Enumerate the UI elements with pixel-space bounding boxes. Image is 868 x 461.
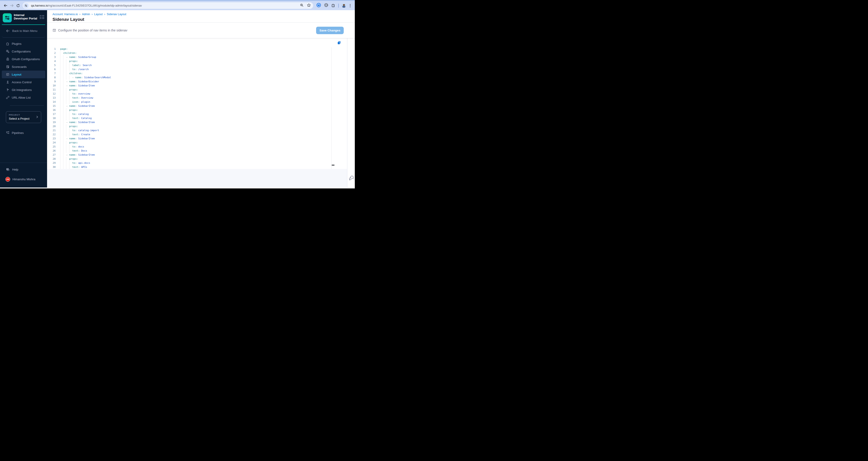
forward-button[interactable] (9, 2, 15, 9)
line-number: 30 (47, 165, 56, 169)
breadcrumb-admin[interactable]: Admin (82, 13, 90, 16)
address-bar[interactable]: qa.harness.io/ng/account/zEaak-FLS425IEO… (23, 2, 313, 9)
code-line[interactable]: 28 props: (47, 157, 347, 161)
feedback-chat-icon[interactable] (348, 175, 354, 182)
bookmark-star-icon[interactable] (307, 3, 311, 8)
line-number: 14 (47, 100, 56, 104)
sidebar-item-configurations[interactable]: Configurations (2, 47, 45, 55)
code-line[interactable]: 20 props: (47, 124, 347, 129)
code-line[interactable]: 15 - name: SidebarItem (47, 104, 347, 108)
sidebar-item-layout[interactable]: Layout (2, 71, 45, 78)
code-line[interactable]: 14 icon: plugin (47, 100, 347, 104)
help-button[interactable]: ? Help (0, 166, 47, 172)
code-text: - name: SidebarItem (60, 84, 95, 88)
user-menu[interactable]: HM Himanshu Mishra (0, 176, 47, 182)
code-line[interactable]: 2 children: (47, 51, 347, 55)
code-line[interactable]: 23 - name: SidebarItem (47, 137, 347, 141)
code-line[interactable]: 16 props: (47, 108, 347, 112)
copy-icon[interactable] (337, 41, 341, 45)
sidebar-item-pipelines[interactable]: Pipelines (2, 129, 45, 137)
line-number: 27 (47, 153, 56, 157)
site-settings-icon[interactable] (23, 3, 29, 8)
breadcrumb-sidenav-layout[interactable]: Sidenav Layout (107, 13, 126, 16)
back-to-main-menu[interactable]: Back to Main Menu (0, 25, 47, 34)
line-number: 3 (47, 55, 56, 59)
sidebar-item-access-control[interactable]: Access Control (2, 78, 45, 86)
code-line[interactable]: 17 to: catalog (47, 112, 347, 116)
line-number: 4 (47, 59, 56, 63)
indent-guide (63, 116, 63, 120)
back-button[interactable] (2, 2, 9, 9)
module-grid-icon[interactable] (40, 15, 44, 19)
code-line[interactable]: 8 - name: SidebarSearchModal (47, 75, 347, 79)
refresh-button[interactable] (15, 2, 21, 9)
code-line[interactable]: 27 - name: SidebarItem (47, 153, 347, 157)
page-header: Account: Harness.io › Admin › Layout › S… (47, 10, 355, 23)
breadcrumb-layout[interactable]: Layout (94, 13, 103, 16)
code-text: text: Overview (60, 96, 93, 100)
indent-guide (69, 92, 69, 96)
code-line[interactable]: 12 to: overview (47, 92, 347, 96)
code-line[interactable]: 26 text: Docs (47, 149, 347, 153)
project-value: Select a Project (9, 117, 38, 120)
line-number: 21 (47, 129, 56, 133)
indent-guide (63, 59, 63, 63)
code-line[interactable]: 19 - name: SidebarItem (47, 120, 347, 124)
sidebar-item-label: Pipelines (12, 131, 24, 135)
extension-spinner-icon[interactable] (324, 3, 328, 8)
sidebar-item-git-integrations[interactable]: Git Integrations (2, 86, 45, 94)
browser-menu-icon[interactable] (349, 3, 351, 8)
code-line[interactable]: 5 label: Search (47, 63, 347, 67)
indent-guide (63, 67, 63, 71)
indent-guide (69, 133, 69, 137)
sidebar-item-url-allow-list[interactable]: URL Allow List (2, 94, 45, 101)
code-line[interactable]: 22 text: Create (47, 133, 347, 137)
code-text: - name: SidebarItem (60, 120, 95, 124)
indent-guide (66, 75, 66, 79)
indent-guide (69, 116, 69, 120)
breadcrumb-account[interactable]: Account: Harness.io (53, 13, 78, 16)
code-line[interactable]: 11 props: (47, 88, 347, 92)
indent-guide (66, 88, 66, 92)
line-number: 7 (47, 71, 56, 75)
code-line[interactable]: 3 - name: SidebarGroup (47, 55, 347, 59)
yaml-editor[interactable]: 1page:2 children:3 - name: SidebarGroup4… (47, 38, 347, 169)
indent-guide (66, 129, 66, 133)
extensions-puzzle-icon[interactable] (331, 3, 335, 8)
code-line[interactable]: 21 to: catalog-import (47, 129, 347, 133)
breadcrumb-separator: › (80, 12, 80, 16)
code-line[interactable]: 1page: (47, 47, 347, 51)
code-line[interactable]: 25 to: docs (47, 145, 347, 149)
editor-scrollbar-thumb[interactable] (332, 165, 335, 166)
code-line[interactable]: 10 - name: SidebarItem (47, 84, 347, 88)
code-line[interactable]: 18 text: Catalog (47, 116, 347, 120)
save-changes-button[interactable]: Save Changes (316, 27, 344, 34)
code-line[interactable]: 4 props: (47, 59, 347, 63)
indent-guide (63, 79, 63, 84)
code-line[interactable]: 29 to: api-docs (47, 161, 347, 165)
code-line[interactable]: 24 props: (47, 141, 347, 145)
code-line[interactable]: 9 - name: SidebarDivider (47, 79, 347, 84)
breadcrumb: Account: Harness.io › Admin › Layout › S… (53, 12, 355, 16)
sidebar-item-oauth-configurations[interactable]: OAuth Configurations (2, 55, 45, 63)
sidebar-item-label: Layout (12, 73, 22, 76)
person-icon (6, 80, 9, 84)
lock-icon (6, 57, 9, 61)
page-title: Sidenav Layout (53, 17, 355, 22)
line-number: 6 (47, 67, 56, 71)
password-manager-extension-icon[interactable] (316, 3, 321, 8)
browser-profile-avatar[interactable] (342, 3, 346, 8)
indent-guide (66, 145, 66, 149)
indent-guide (63, 141, 63, 145)
indent-guide (63, 108, 63, 112)
zoom-icon[interactable] (300, 3, 304, 8)
sidebar-item-plugins[interactable]: Plugins (2, 40, 45, 47)
project-selector[interactable]: PROJECT Select a Project (6, 111, 41, 123)
sidebar-item-scorecards[interactable]: Scorecards (2, 63, 45, 71)
code-line[interactable]: 7 children: (47, 71, 347, 75)
code-line[interactable]: 30 text: APIs (47, 165, 347, 169)
sidebar-item-label: URL Allow List (12, 96, 31, 99)
line-number: 11 (47, 88, 56, 92)
code-line[interactable]: 13 text: Overview (47, 96, 347, 100)
code-line[interactable]: 6 to: /search (47, 67, 347, 71)
